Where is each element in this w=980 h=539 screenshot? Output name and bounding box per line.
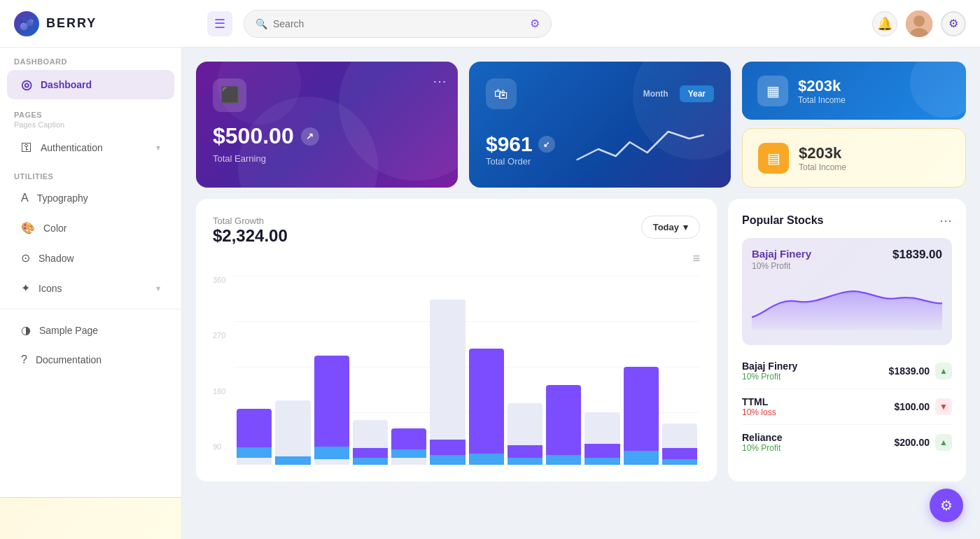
documentation-label: Documentation [36,354,102,365]
growth-chart-card: Total Growth $2,324.00 Today ▾ ≡ 360 270… [196,199,717,482]
notification-button[interactable]: 🔔 [872,11,897,36]
featured-stock-name: Bajaj Finery [752,248,811,260]
income-yellow-label: Total Income [799,162,846,172]
bar-purple-8 [507,445,542,458]
income-blue-label: Total Income [798,95,846,105]
bar-light-1 [237,458,272,465]
bar-purple-12 [662,448,697,459]
bar-blue-9 [546,455,581,465]
bar-light-6 [430,300,465,440]
bar-blue-3 [314,447,349,459]
stock-3-stat: 10% Profit [742,443,894,453]
growth-amount: $2,324.00 [213,226,288,246]
income-yellow-text: $203k Total Income [799,144,846,172]
sidebar-item-sample-page[interactable]: ◑ Sample Page [7,316,174,344]
typography-label: Typography [37,192,88,204]
avatar[interactable] [906,10,932,37]
fab-button[interactable]: ⚙ [930,489,963,522]
period-chevron: ▾ [683,222,688,232]
bar-blue-8 [507,458,542,465]
income-blue-icon: ▦ [757,76,788,106]
sidebar-item-color[interactable]: 🎨 Color [7,214,174,241]
bar-group-4 [353,276,388,465]
topbar-logo-area: 🫐 BERRY [14,11,196,36]
auth-label: Authentication [41,142,103,153]
stock-2-badge: ▼ [935,398,952,415]
bar-group-10 [584,276,620,465]
order-card: 🛍 Month Year $961 ↙ Total Order [469,62,731,188]
bar-group-11 [624,276,659,465]
order-label: Total Order [486,156,555,167]
sidebar-section-utilities: Utilities [0,162,181,183]
filter-icon[interactable]: ⚙ [530,17,540,30]
stock-1-info: Bajaj Finery 10% Profit [742,360,889,382]
sidebar-item-shadow[interactable]: ⊙ Shadow [7,244,174,272]
icons-icon: ✦ [21,281,30,295]
bar-blue-6 [430,455,465,465]
stock-3-badge: ▲ [935,434,952,451]
bar-light-5 [391,458,426,465]
stock-1-stat: 10% Profit [742,372,889,382]
bar-group-3 [314,276,349,465]
bar-group-6 [430,276,465,465]
sidebar-item-typography[interactable]: A Typography [7,185,174,211]
bar-light-12 [662,424,697,448]
earning-card: ⋯ ⬛ $500.00 ↗ Total Earning [196,62,458,188]
bar-group-7 [469,276,504,465]
bar-purple-11 [624,367,659,451]
settings-button[interactable]: ⚙ [941,11,966,36]
income-blue-text: $203k Total Income [798,77,846,105]
stock-1-name: Bajaj Finery [742,360,889,372]
stocks-title: Popular Stocks [742,214,823,227]
bar-blue-11 [624,451,659,465]
bar-group-8 [507,276,542,465]
y-label-360: 360 [213,276,225,284]
order-arrow: ↙ [538,136,555,153]
bar-group-9 [546,276,581,465]
brand-name: BERRY [46,16,97,31]
bar-purple-3 [314,356,349,447]
stock-row-3: Reliance 10% Profit $200.00 ▲ [742,425,952,460]
bar-light-4 [353,420,388,448]
bar-blue-5 [391,449,426,458]
right-panel: ▦ $203k Total Income ▤ $203k Total Incom… [742,62,966,188]
stock-3-price: $200.00 [894,437,930,448]
main-content: ⋯ ⬛ $500.00 ↗ Total Earning 🛍 Month Year [182,48,980,539]
sidebar-section-dashboard: Dashboard [0,48,181,69]
stock-list: Bajaj Finery 10% Profit $1839.00 ▲ TTML … [742,354,952,460]
bar-purple-4 [353,448,388,458]
stocks-more-button[interactable]: ⋯ [939,213,952,228]
bar-blue-7 [469,454,504,465]
income-yellow-icon: ▤ [758,143,789,174]
cards-row: ⋯ ⬛ $500.00 ↗ Total Earning 🛍 Month Year [196,62,966,188]
y-label-180: 180 [213,387,225,396]
order-amount-area: $961 ↙ Total Order [486,132,555,167]
icons-chevron: ▾ [156,284,160,293]
svg-point-1 [913,15,925,27]
dashboard-label: Dashboard [41,79,92,90]
today-dropdown-button[interactable]: Today ▾ [641,216,700,239]
bar-blue-1 [237,447,272,458]
stock-2-price: $100.00 [894,401,930,412]
featured-stock-price: $1839.00 [892,248,942,262]
bar-blue-12 [662,459,697,465]
hamburger-button[interactable]: ☰ [207,11,232,36]
stocks-header: Popular Stocks ⋯ [742,213,952,228]
sidebar-caption: Pages Caption [0,120,181,133]
sidebar-item-authentication[interactable]: ⚿ Authentication ▾ [7,134,174,161]
chart-menu[interactable]: ≡ [213,251,700,266]
sidebar-item-icons[interactable]: ✦ Icons ▾ [7,274,174,302]
search-input[interactable] [267,18,530,29]
earning-more-button[interactable]: ⋯ [433,73,447,90]
featured-stock: Bajaj Finery 10% Profit $1839.00 [742,238,952,345]
bottom-row: Total Growth $2,324.00 Today ▾ ≡ 360 270… [196,199,966,482]
sidebar-item-documentation[interactable]: ? Documentation [7,346,174,373]
stock-3-info: Reliance 10% Profit [742,432,894,453]
icons-label: Icons [38,283,62,294]
bar-light-8 [507,403,542,445]
stock-row-2: TTML 10% loss $100.00 ▼ [742,389,952,425]
stock-1-price: $1839.00 [889,365,930,377]
sidebar-item-dashboard[interactable]: ◎ Dashboard [7,70,174,99]
income-yellow-amount: $203k [799,144,846,162]
deco [910,62,966,118]
